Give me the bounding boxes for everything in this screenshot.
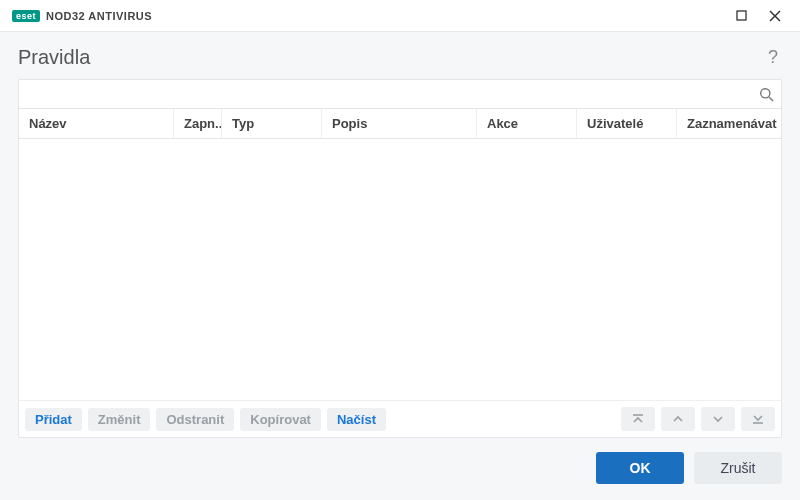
delete-button: Odstranit <box>156 408 234 431</box>
edit-button: Změnit <box>88 408 151 431</box>
window-maximize-button[interactable] <box>724 2 758 30</box>
move-up-button <box>661 407 695 431</box>
window-close-button[interactable] <box>758 2 792 30</box>
search-input[interactable] <box>19 80 751 108</box>
titlebar: eset NOD32 ANTIVIRUS <box>0 0 800 32</box>
move-down-button <box>701 407 735 431</box>
close-icon <box>769 10 781 22</box>
add-button[interactable]: Přidat <box>25 408 82 431</box>
rules-panel: Název Zapn... Typ Popis Akce Uživatelé Z… <box>18 79 782 438</box>
search-icon <box>759 87 774 102</box>
search-button[interactable] <box>751 80 781 108</box>
search-row <box>19 80 781 109</box>
svg-line-4 <box>769 97 773 101</box>
column-header-action[interactable]: Akce <box>477 109 577 138</box>
chevron-top-icon <box>631 412 645 426</box>
ok-button[interactable]: OK <box>596 452 684 484</box>
square-icon <box>736 10 747 21</box>
column-header-type[interactable]: Typ <box>222 109 322 138</box>
move-bottom-button <box>741 407 775 431</box>
page-title: Pravidla <box>18 46 90 69</box>
column-header-log[interactable]: Zaznamenávat ... <box>677 109 781 138</box>
column-header-description[interactable]: Popis <box>322 109 477 138</box>
table-header: Název Zapn... Typ Popis Akce Uživatelé Z… <box>19 109 781 139</box>
dialog-footer: OK Zrušit <box>18 452 782 484</box>
load-button[interactable]: Načíst <box>327 408 386 431</box>
table-body <box>19 139 781 400</box>
brand: eset NOD32 ANTIVIRUS <box>12 10 152 22</box>
column-header-enabled[interactable]: Zapn... <box>174 109 222 138</box>
copy-button: Kopírovat <box>240 408 321 431</box>
svg-rect-0 <box>737 11 746 20</box>
svg-point-3 <box>760 88 769 97</box>
panel-toolbar: Přidat Změnit Odstranit Kopírovat Načíst <box>19 400 781 437</box>
chevron-bottom-icon <box>751 412 765 426</box>
help-button[interactable]: ? <box>764 47 782 68</box>
chevron-down-icon <box>711 412 725 426</box>
brand-product: NOD32 ANTIVIRUS <box>46 10 152 22</box>
column-header-name[interactable]: Název <box>19 109 174 138</box>
brand-badge: eset <box>12 10 40 22</box>
column-header-users[interactable]: Uživatelé <box>577 109 677 138</box>
dialog-body: Pravidla ? Název Zapn... Typ Popis Akce … <box>0 32 800 500</box>
move-top-button <box>621 407 655 431</box>
cancel-button[interactable]: Zrušit <box>694 452 782 484</box>
chevron-up-icon <box>671 412 685 426</box>
page-header: Pravidla ? <box>18 46 782 69</box>
